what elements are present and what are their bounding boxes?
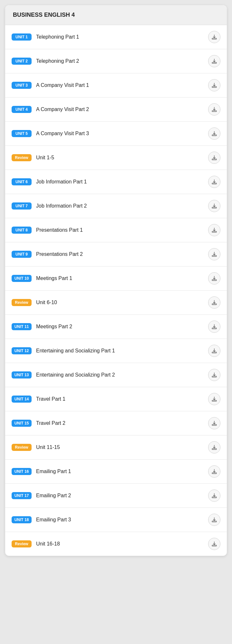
list-item: UNIT 12Entertaining and Socializing Part… — [5, 339, 227, 363]
list-item: ReviewUnit 1-5 — [5, 146, 227, 170]
unit-label: Unit 1-5 — [36, 154, 204, 161]
list-item: UNIT 18Emailing Part 3 — [5, 508, 227, 532]
svg-rect-7 — [212, 207, 217, 208]
unit-badge: UNIT 3 — [12, 82, 32, 89]
unit-label: Travel Part 2 — [36, 420, 204, 427]
unit-badge: UNIT 15 — [12, 420, 32, 427]
unit-label: Travel Part 1 — [36, 396, 204, 403]
svg-rect-19 — [212, 497, 217, 498]
unit-badge: UNIT 17 — [12, 492, 32, 499]
list-item: UNIT 14Travel Part 1 — [5, 387, 227, 411]
download-button[interactable] — [208, 272, 220, 285]
download-button[interactable] — [208, 127, 220, 140]
download-button[interactable] — [208, 538, 220, 550]
svg-rect-8 — [212, 231, 217, 232]
unit-label: A Company Visit Part 3 — [36, 130, 204, 137]
unit-label: Job Information Part 2 — [36, 203, 204, 210]
download-button[interactable] — [208, 152, 220, 164]
svg-rect-21 — [212, 545, 217, 546]
list-item: UNIT 3A Company Visit Part 1 — [5, 73, 227, 98]
unit-label: Meetings Part 1 — [36, 275, 204, 282]
svg-rect-11 — [212, 304, 217, 305]
download-button[interactable] — [208, 345, 220, 357]
list-item: UNIT 4A Company Visit Part 2 — [5, 98, 227, 122]
download-button[interactable] — [208, 441, 220, 453]
unit-label: Presentations Part 2 — [36, 251, 204, 258]
unit-label: A Company Visit Part 2 — [36, 106, 204, 113]
download-button[interactable] — [208, 248, 220, 260]
list-item: UNIT 6Job Information Part 1 — [5, 170, 227, 194]
download-button[interactable] — [208, 55, 220, 67]
download-button[interactable] — [208, 200, 220, 212]
list-item: UNIT 7Job Information Part 2 — [5, 194, 227, 218]
list-item: UNIT 1Telephoning Part 1 — [5, 25, 227, 49]
unit-badge: Review — [12, 299, 32, 306]
download-button[interactable] — [208, 224, 220, 236]
unit-badge: UNIT 8 — [12, 227, 32, 234]
unit-badge: UNIT 14 — [12, 396, 32, 403]
svg-rect-14 — [212, 376, 217, 377]
svg-rect-18 — [212, 473, 217, 474]
download-button[interactable] — [208, 31, 220, 43]
download-button[interactable] — [208, 103, 220, 116]
list-item: ReviewUnit 16-18 — [5, 532, 227, 556]
download-button[interactable] — [208, 393, 220, 405]
svg-rect-16 — [212, 425, 217, 425]
unit-label: Telephoning Part 1 — [36, 34, 204, 41]
unit-list: UNIT 1Telephoning Part 1UNIT 2Telephonin… — [5, 25, 227, 556]
svg-rect-15 — [212, 400, 217, 401]
list-item: UNIT 17Emailing Part 2 — [5, 484, 227, 508]
unit-label: Emailing Part 3 — [36, 517, 204, 523]
unit-badge: UNIT 7 — [12, 202, 32, 210]
unit-label: Presentations Part 1 — [36, 227, 204, 234]
unit-badge: UNIT 10 — [12, 275, 32, 282]
svg-rect-9 — [212, 256, 217, 257]
unit-badge: UNIT 11 — [12, 323, 32, 330]
list-item: UNIT 16Emailing Part 1 — [5, 460, 227, 484]
download-button[interactable] — [208, 514, 220, 526]
unit-label: Unit 16-18 — [36, 541, 204, 547]
unit-label: Meetings Part 2 — [36, 323, 204, 330]
list-item: UNIT 8Presentations Part 1 — [5, 218, 227, 242]
page-title: BUSINESS ENGLISH 4 — [13, 12, 75, 18]
unit-label: Entertaining and Socializing Part 1 — [36, 348, 204, 354]
list-item: UNIT 11Meetings Part 2 — [5, 315, 227, 339]
list-item: UNIT 5A Company Visit Part 3 — [5, 122, 227, 146]
unit-badge: UNIT 16 — [12, 468, 32, 475]
svg-rect-13 — [212, 352, 217, 353]
unit-label: Job Information Part 1 — [36, 179, 204, 185]
download-button[interactable] — [208, 369, 220, 381]
unit-badge: UNIT 4 — [12, 106, 32, 113]
unit-label: Unit 11-15 — [36, 444, 204, 451]
list-item: UNIT 13Entertaining and Socializing Part… — [5, 363, 227, 387]
list-item: UNIT 15Travel Part 2 — [5, 411, 227, 435]
unit-badge: UNIT 12 — [12, 347, 32, 354]
unit-badge: Review — [12, 540, 32, 547]
unit-badge: UNIT 2 — [12, 58, 32, 65]
list-item: UNIT 10Meetings Part 1 — [5, 266, 227, 291]
svg-rect-17 — [212, 449, 217, 450]
svg-rect-10 — [212, 280, 217, 281]
download-button[interactable] — [208, 417, 220, 429]
unit-badge: UNIT 9 — [12, 251, 32, 258]
download-button[interactable] — [208, 321, 220, 333]
download-button[interactable] — [208, 296, 220, 309]
unit-label: Unit 6-10 — [36, 299, 204, 306]
svg-rect-6 — [212, 183, 217, 184]
list-item: UNIT 2Telephoning Part 2 — [5, 49, 227, 73]
download-button[interactable] — [208, 465, 220, 478]
svg-rect-12 — [212, 328, 217, 329]
unit-badge: UNIT 13 — [12, 371, 32, 378]
unit-label: Entertaining and Socializing Part 2 — [36, 372, 204, 378]
unit-badge: Review — [12, 444, 32, 451]
download-button[interactable] — [208, 79, 220, 91]
svg-rect-3 — [212, 111, 217, 112]
unit-badge: UNIT 6 — [12, 178, 32, 185]
download-button[interactable] — [208, 490, 220, 502]
unit-badge: UNIT 1 — [12, 33, 32, 41]
unit-badge: UNIT 5 — [12, 130, 32, 137]
download-button[interactable] — [208, 176, 220, 188]
svg-rect-5 — [212, 159, 217, 160]
svg-rect-0 — [212, 38, 217, 39]
card-header: BUSINESS ENGLISH 4 — [5, 5, 227, 25]
